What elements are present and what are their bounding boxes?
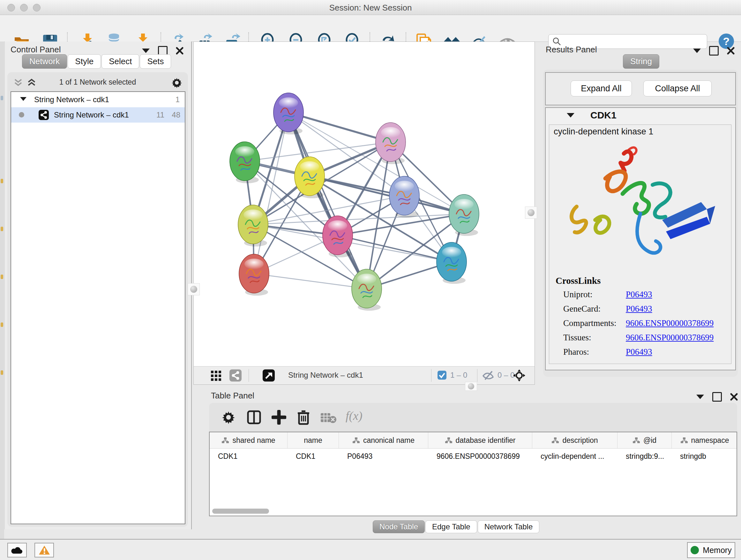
cloud-icon bbox=[11, 546, 23, 554]
function-builder-icon[interactable]: f(x) bbox=[346, 409, 362, 423]
collection-expand-icon[interactable] bbox=[20, 97, 26, 101]
birdseye-view-icon[interactable] bbox=[263, 369, 275, 381]
node-CDKN1A[interactable] bbox=[436, 242, 467, 284]
node-CDC6[interactable] bbox=[389, 176, 419, 218]
column-header-canonical-name[interactable]: canonical name bbox=[339, 432, 428, 448]
delete-table-icon[interactable] bbox=[320, 412, 337, 423]
collapse-all-button[interactable]: Collapse All bbox=[643, 80, 712, 97]
network-view-title: String Network – cdk1 bbox=[288, 371, 363, 380]
close-panel-icon[interactable] bbox=[727, 47, 735, 55]
float-panel-icon[interactable] bbox=[709, 46, 719, 56]
table-tabs: Node TableEdge TableNetwork Table bbox=[373, 520, 540, 533]
tab-select[interactable]: Select bbox=[102, 54, 139, 69]
tab-network[interactable]: Network bbox=[22, 54, 67, 69]
crosslink-link[interactable]: 9606.ENSP00000378699 bbox=[626, 333, 714, 343]
close-panel-icon[interactable] bbox=[730, 393, 738, 401]
column-header-namespace[interactable]: namespace bbox=[672, 432, 737, 448]
collapse-panel-icon[interactable] bbox=[142, 49, 150, 53]
results-buttons-box: Expand All Collapse All bbox=[545, 72, 736, 105]
warnings-button[interactable] bbox=[35, 543, 54, 557]
background-strip bbox=[0, 42, 4, 539]
node-CCNB1[interactable] bbox=[238, 205, 268, 246]
node-CCNE1[interactable] bbox=[352, 269, 382, 311]
table-row[interactable]: CDK1CDK1P064939606.ENSP00000378699cyclin… bbox=[210, 449, 737, 464]
cell-database-identifier[interactable]: 9606.ENSP00000378699 bbox=[428, 449, 532, 464]
hidden-count: 0 – 0 bbox=[497, 371, 515, 380]
hidden-eye-slash-icon[interactable] bbox=[482, 370, 494, 381]
window-status-bar: Memory bbox=[0, 539, 741, 560]
table-toolbar: f(x) bbox=[209, 403, 737, 432]
grid-view-icon[interactable] bbox=[210, 370, 222, 381]
tab-sets[interactable]: Sets bbox=[140, 54, 171, 69]
network-status-bar: String Network – cdk1 1 – 0 0 – 0 bbox=[194, 366, 535, 384]
selected-checkbox-icon[interactable] bbox=[437, 371, 447, 380]
network-tab-body: 1 of 1 Network selected String Network –… bbox=[7, 72, 188, 527]
tab-string[interactable]: String bbox=[623, 54, 659, 69]
crosslink-label: GeneCard: bbox=[563, 304, 601, 314]
column-header-database-identifier[interactable]: database identifier bbox=[428, 432, 532, 448]
section-expand-icon[interactable] bbox=[567, 113, 575, 118]
crosslink-link[interactable]: 9606.ENSP00000378699 bbox=[626, 318, 714, 328]
network-row-selected[interactable]: String Network – cdk1 11 48 bbox=[11, 107, 185, 123]
column-header-name[interactable]: name bbox=[287, 432, 339, 448]
control-panel-title: Control Panel bbox=[10, 45, 61, 55]
cell-@id[interactable]: stringdb:9... bbox=[617, 449, 672, 464]
node-CCNA1[interactable] bbox=[376, 123, 406, 164]
share-view-icon[interactable] bbox=[229, 369, 242, 381]
cell-name[interactable]: CDK1 bbox=[287, 449, 339, 464]
collapse-panel-icon[interactable] bbox=[693, 49, 701, 53]
column-header-@id[interactable]: @id bbox=[617, 432, 672, 448]
crosslink-row: Tissues:9606.ENSP00000378699 bbox=[563, 333, 729, 347]
right-splitter-handle[interactable] bbox=[525, 206, 537, 219]
cell-description[interactable]: cyclin-dependent ... bbox=[532, 449, 617, 464]
memory-button[interactable]: Memory bbox=[687, 542, 735, 558]
warning-icon bbox=[39, 545, 50, 555]
cloud-status-button[interactable] bbox=[7, 543, 27, 557]
crosslink-row: Uniprot:P06493 bbox=[563, 290, 729, 304]
main-toolbar: ? bbox=[0, 15, 741, 42]
network-node-count: 11 bbox=[156, 111, 164, 119]
tab-edge-table[interactable]: Edge Table bbox=[425, 520, 477, 533]
crosslink-row: Compartments:9606.ENSP00000378699 bbox=[563, 318, 729, 333]
add-column-icon[interactable] bbox=[272, 410, 286, 425]
show-columns-icon[interactable] bbox=[247, 410, 261, 425]
crosslink-link[interactable]: P06493 bbox=[626, 290, 652, 300]
network-collection-row[interactable]: String Network – cdk1 1 bbox=[11, 92, 185, 107]
table-settings-gear-icon[interactable] bbox=[222, 411, 235, 424]
left-splitter-handle[interactable] bbox=[188, 283, 200, 295]
network-view[interactable]: CCNB2CCNA1CDC25BCDK1CDC6RB1CCNB1CCNA2CDK… bbox=[193, 42, 535, 385]
title-bar: Session: New Session bbox=[0, 0, 741, 15]
crosslink-label: Tissues: bbox=[563, 333, 591, 342]
crosslink-link[interactable]: P06493 bbox=[626, 347, 652, 357]
gene-description: cyclin-dependent kinase 1 bbox=[554, 127, 653, 137]
memory-status-dot bbox=[690, 546, 699, 554]
tab-style[interactable]: Style bbox=[68, 54, 101, 69]
node-CDC25B[interactable] bbox=[230, 142, 260, 183]
node-HIST1H1A[interactable] bbox=[239, 254, 269, 296]
crosslink-row: GeneCard:P06493 bbox=[563, 304, 729, 318]
column-header-description[interactable]: description bbox=[532, 432, 617, 448]
control-panel-tabs: NetworkStyleSelectSets bbox=[22, 54, 172, 69]
close-panel-icon[interactable] bbox=[176, 47, 184, 55]
horizontal-scrollbar[interactable] bbox=[212, 509, 269, 514]
crosslink-label: Uniprot: bbox=[563, 290, 593, 299]
node-CCNB2[interactable] bbox=[273, 93, 304, 134]
cell-shared-name[interactable]: CDK1 bbox=[210, 449, 287, 464]
node-RB1[interactable] bbox=[449, 194, 479, 236]
control-panel: Control Panel NetworkStyleSelectSets 1 o… bbox=[4, 42, 192, 530]
crosslink-link[interactable]: P06493 bbox=[626, 304, 652, 314]
collapse-panel-icon[interactable] bbox=[696, 395, 704, 399]
gene-section-header[interactable]: CDK1 bbox=[546, 108, 735, 123]
float-panel-icon[interactable] bbox=[712, 392, 722, 401]
cell-namespace[interactable]: stringdb bbox=[672, 449, 737, 464]
tab-node-table[interactable]: Node Table bbox=[373, 520, 425, 533]
navigate-crosshair-icon[interactable] bbox=[513, 369, 526, 382]
network-graph: CCNB2CCNA1CDC25BCDK1CDC6RB1CCNB1CCNA2CDK… bbox=[194, 42, 534, 366]
expand-all-button[interactable]: Expand All bbox=[570, 80, 632, 97]
gear-icon[interactable] bbox=[172, 77, 182, 88]
tab-network-table[interactable]: Network Table bbox=[478, 520, 540, 533]
column-header-shared-name[interactable]: shared name bbox=[210, 432, 287, 448]
node-table[interactable]: shared namenamecanonical namedatabase id… bbox=[209, 432, 737, 516]
cell-canonical-name[interactable]: P06493 bbox=[339, 449, 428, 464]
delete-column-icon[interactable] bbox=[296, 409, 311, 425]
